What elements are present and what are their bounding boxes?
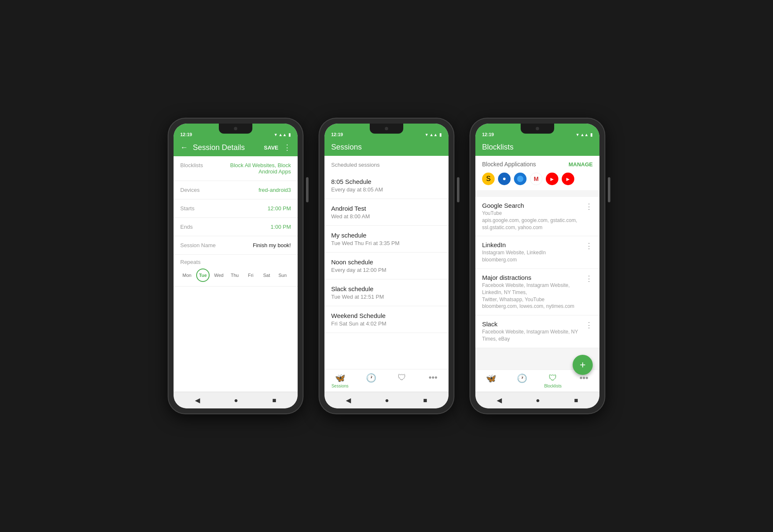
detail-row-blocklists: Blocklists Block All Websites, Block And… <box>174 156 298 181</box>
app-icon-blue <box>514 173 527 185</box>
wifi-icon-2: ▾ <box>425 132 428 137</box>
value-blocklists: Block All Websites, Block Android Apps <box>225 162 291 175</box>
blocklist-slack-desc: Facebook Website, Instagram Website, NY … <box>482 328 585 343</box>
blocklist-major-info: Major distractions Facebook Website, Ins… <box>482 274 585 310</box>
detail-row-starts: Starts 12:00 PM <box>174 199 298 218</box>
blocklists-list: Google Search YouTubeapis.google.com, go… <box>475 197 599 348</box>
more-button-1[interactable]: ⋮ <box>283 143 291 152</box>
page-title-3: Blocklists <box>482 143 593 152</box>
signal-icon-2: ▲▲ <box>429 132 438 137</box>
label-blocklists: Blocklists <box>180 162 203 168</box>
blocklist-major-menu[interactable]: ⋮ <box>585 274 593 283</box>
nav-more[interactable]: ••• <box>420 373 446 388</box>
day-mon[interactable]: Mon <box>180 269 194 282</box>
session-time-slack: Tue Wed at 12:51 PM <box>331 294 442 300</box>
session-item-805[interactable]: 8:05 Schedule Every day at 8:05 AM <box>324 172 449 199</box>
app-icon-yt2: ▶ <box>562 173 574 185</box>
svg-point-2 <box>517 176 524 182</box>
sessions-content: Scheduled sessions 8:05 Schedule Every d… <box>324 156 449 369</box>
nav-clock-3[interactable]: 🕐 <box>509 373 534 388</box>
day-thu[interactable]: Thu <box>228 269 241 282</box>
session-name-805: 8:05 Schedule <box>331 178 442 185</box>
clock-icon-3: 🕐 <box>517 373 527 383</box>
nav-recents-1[interactable]: ■ <box>272 397 277 404</box>
label-ends: Ends <box>180 224 193 230</box>
nav-back-1[interactable]: ◀ <box>195 396 200 404</box>
nav-home-1[interactable]: ● <box>234 397 238 404</box>
blocklist-linkedin[interactable]: LinkedIn Instagram Website, LinkedInbloo… <box>475 236 599 269</box>
session-time-weekend: Fri Sat Sun at 4:02 PM <box>331 320 442 327</box>
app-icon-chrome <box>498 173 511 185</box>
more-dots-icon: ••• <box>428 373 437 382</box>
blocklist-major[interactable]: Major distractions Facebook Website, Ins… <box>475 269 599 315</box>
session-name-android: Android Test <box>331 205 442 212</box>
nav-home-3[interactable]: ● <box>536 397 540 404</box>
nav-more-3[interactable]: ••• <box>571 373 597 388</box>
camera-1 <box>234 127 237 130</box>
blocklist-linkedin-desc: Instagram Website, LinkedInbloomberg.com <box>482 249 585 263</box>
screen-1: 12:19 ▾ ▲▲ ▮ ← Session Details SAVE ⋮ Bl… <box>174 124 298 408</box>
day-sun[interactable]: Sun <box>276 269 289 282</box>
fab-add-button[interactable]: + <box>573 355 593 375</box>
session-item-slack[interactable]: Slack schedule Tue Wed at 12:51 PM <box>324 279 449 306</box>
day-fri[interactable]: Fri <box>244 269 257 282</box>
notch-1 <box>219 124 252 134</box>
manage-button[interactable]: MANAGE <box>568 161 593 168</box>
session-time-my: Tue Wed Thu Fri at 3:35 PM <box>331 240 442 246</box>
blocked-apps-header: Blocked Applications MANAGE <box>475 156 599 171</box>
back-button-1[interactable]: ← <box>180 143 188 152</box>
camera-3 <box>536 127 539 130</box>
android-nav-1: ◀ ● ■ <box>174 392 298 408</box>
blocklist-google-menu[interactable]: ⋮ <box>585 202 593 211</box>
session-item-android[interactable]: Android Test Wed at 8:00 AM <box>324 199 449 226</box>
save-button[interactable]: SAVE <box>264 145 278 151</box>
blocklist-google[interactable]: Google Search YouTubeapis.google.com, go… <box>475 197 599 236</box>
value-ends: 1:00 PM <box>271 224 291 230</box>
blocklist-linkedin-menu[interactable]: ⋮ <box>585 241 593 251</box>
time-1: 12:19 <box>180 132 192 137</box>
nav-home-2[interactable]: ● <box>385 397 389 404</box>
blocklists-content: Blocked Applications MANAGE S <box>475 156 599 369</box>
blocked-apps-section: Blocked Applications MANAGE S <box>475 156 599 190</box>
value-starts: 12:00 PM <box>267 205 291 212</box>
nav-recents-3[interactable]: ■ <box>574 397 578 404</box>
nav-sessions[interactable]: 🦋 Sessions <box>327 373 353 388</box>
phone-blocklists: 12:19 ▾ ▲▲ ▮ Blocklists Blocked Applicat… <box>470 119 604 413</box>
svg-point-1 <box>503 178 506 180</box>
session-item-weekend[interactable]: Weekend Schedule Fri Sat Sun at 4:02 PM <box>324 306 449 333</box>
nav-shield[interactable]: 🛡 <box>389 373 415 388</box>
wifi-icon-3: ▾ <box>576 132 578 137</box>
shield-icon: 🛡 <box>398 373 406 382</box>
session-time-noon: Every day at 12:00 PM <box>331 267 442 273</box>
nav-recents-2[interactable]: ■ <box>423 397 428 404</box>
nav-blocklists[interactable]: 🛡 Blocklists <box>540 373 565 388</box>
side-button-3 <box>608 177 610 202</box>
detail-row-devices: Devices fred-android3 <box>174 181 298 199</box>
session-item-noon[interactable]: Noon schedule Every day at 12:00 PM <box>324 253 449 279</box>
day-wed[interactable]: Wed <box>212 269 226 282</box>
session-details-content: Blocklists Block All Websites, Block And… <box>174 156 298 392</box>
side-button-2 <box>457 177 459 202</box>
day-tue[interactable]: Tue <box>196 269 210 282</box>
blocklist-slack-menu[interactable]: ⋮ <box>585 320 593 330</box>
phone-screen-3: 12:19 ▾ ▲▲ ▮ Blocklists Blocked Applicat… <box>475 124 599 408</box>
day-sat[interactable]: Sat <box>260 269 273 282</box>
nav-sessions-3[interactable]: 🦋 <box>478 373 503 388</box>
wifi-icon-1: ▾ <box>275 132 277 137</box>
session-item-my[interactable]: My schedule Tue Wed Thu Fri at 3:35 PM <box>324 226 449 253</box>
blocklist-linkedin-info: LinkedIn Instagram Website, LinkedInbloo… <box>482 241 585 263</box>
android-nav-2: ◀ ● ■ <box>324 392 449 408</box>
blocklist-slack[interactable]: Slack Facebook Website, Instagram Websit… <box>475 315 599 348</box>
label-starts: Starts <box>180 205 195 212</box>
blocklists-nav-label: Blocklists <box>544 384 562 388</box>
nav-back-2[interactable]: ◀ <box>346 396 351 404</box>
battery-icon-1: ▮ <box>288 132 291 137</box>
sessions-nav-label: Sessions <box>332 384 349 388</box>
blocklist-linkedin-name: LinkedIn <box>482 241 585 248</box>
session-name-my: My schedule <box>331 232 442 239</box>
label-session-name: Session Name <box>180 242 216 248</box>
blocklist-google-desc: YouTubeapis.google.com, google.com, gsta… <box>482 210 585 231</box>
nav-clock[interactable]: 🕐 <box>358 373 384 388</box>
phone-screen-2: 12:19 ▾ ▲▲ ▮ Sessions Scheduled sessions… <box>324 124 449 408</box>
nav-back-3[interactable]: ◀ <box>497 396 502 404</box>
